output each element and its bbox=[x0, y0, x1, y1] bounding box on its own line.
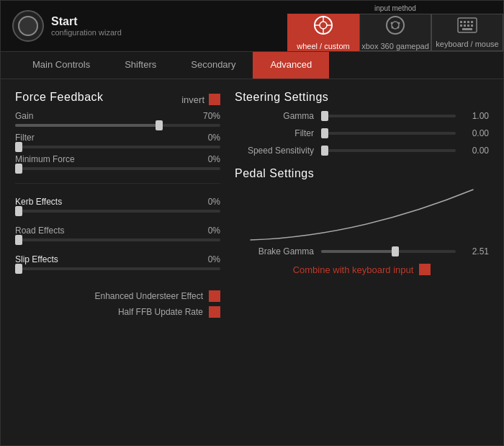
kerb-effects-section: Kerb Effects 0% bbox=[15, 197, 220, 215]
svg-rect-20 bbox=[471, 24, 473, 27]
half-ffb-row: Half FFB Update Rate bbox=[15, 306, 220, 318]
kerb-effects-label: Kerb Effects bbox=[15, 197, 62, 207]
gain-track[interactable] bbox=[15, 124, 220, 127]
filter-value: 0% bbox=[208, 133, 220, 143]
brake-gamma-track[interactable] bbox=[321, 250, 456, 253]
filter-slider-row: Filter 0% bbox=[15, 133, 220, 148]
keyboard-label: keyboard / mouse bbox=[436, 40, 498, 48]
enhanced-understeer-checkbox[interactable] bbox=[209, 290, 220, 302]
header-title: Start bbox=[51, 15, 122, 28]
steering-filter-value: 0.00 bbox=[463, 128, 489, 138]
steering-sliders: Gamma 1.00 Filter bbox=[235, 111, 489, 156]
svg-rect-18 bbox=[464, 24, 466, 27]
svg-rect-16 bbox=[471, 21, 473, 23]
svg-rect-19 bbox=[467, 24, 469, 27]
steering-section: Steering Settings Gamma 1.00 Filter bbox=[235, 91, 489, 156]
enhanced-understeer-label: Enhanced Understeer Effect bbox=[94, 291, 203, 301]
tab-main-controls[interactable]: Main Controls bbox=[15, 52, 107, 79]
input-keyboard-button[interactable]: keyboard / mouse bbox=[431, 14, 503, 51]
svg-rect-14 bbox=[464, 21, 466, 23]
speed-sensitivity-track[interactable] bbox=[321, 149, 456, 152]
wheel-icon bbox=[313, 15, 333, 39]
half-ffb-label: Half FFB Update Rate bbox=[118, 307, 203, 317]
road-effects-track[interactable] bbox=[15, 238, 220, 241]
slip-effects-value: 0% bbox=[208, 254, 220, 264]
min-force-track[interactable] bbox=[15, 167, 220, 170]
svg-rect-17 bbox=[460, 24, 462, 27]
force-feedback-title: Force Feedback bbox=[15, 91, 104, 104]
svg-rect-13 bbox=[460, 21, 462, 23]
brake-gamma-label: Brake Gamma bbox=[235, 246, 314, 257]
xbox-label: xbox 360 gamepad bbox=[361, 42, 429, 50]
speed-sensitivity-label: Speed Sensitivity bbox=[235, 146, 314, 156]
steering-filter-label: Filter bbox=[235, 128, 314, 138]
main-content: Force Feedback invert Gain 70% bbox=[1, 79, 503, 445]
combine-label: Combine with keyboard input bbox=[293, 264, 414, 275]
svg-point-8 bbox=[391, 22, 393, 24]
input-method-label: input method bbox=[287, 1, 503, 14]
slip-effects-label: Slip Effects bbox=[15, 254, 58, 264]
tab-advanced[interactable]: Advanced bbox=[253, 52, 329, 79]
road-effects-value: 0% bbox=[208, 226, 220, 236]
svg-point-9 bbox=[398, 22, 400, 24]
brake-gamma-value: 2.51 bbox=[463, 246, 489, 257]
filter-track[interactable] bbox=[15, 146, 220, 148]
svg-point-6 bbox=[387, 17, 404, 34]
input-wheel-button[interactable]: wheel / custom bbox=[287, 14, 359, 51]
filter-label: Filter bbox=[15, 133, 35, 143]
combine-row: Combine with keyboard input bbox=[235, 264, 489, 275]
min-force-label: Minimum Force bbox=[15, 154, 75, 164]
combine-checkbox[interactable] bbox=[419, 264, 431, 275]
speed-sensitivity-value: 0.00 bbox=[463, 146, 489, 156]
steering-filter-slider-row: Filter 0.00 bbox=[235, 128, 489, 138]
road-effects-label: Road Effects bbox=[15, 226, 64, 236]
speed-sensitivity-slider-row: Speed Sensitivity 0.00 bbox=[235, 146, 489, 156]
svg-point-1 bbox=[320, 22, 327, 29]
gamma-slider-row: Gamma 1.00 bbox=[235, 111, 489, 121]
steering-title: Steering Settings bbox=[235, 91, 328, 103]
slip-effects-track[interactable] bbox=[15, 267, 220, 270]
pedal-title: Pedal Settings bbox=[235, 167, 314, 179]
gain-slider-row: Gain 70% bbox=[15, 111, 220, 127]
header-subtitle: configuration wizard bbox=[51, 28, 122, 37]
brake-gamma-slider-row: Brake Gamma 2.51 bbox=[235, 246, 489, 257]
kerb-effects-value: 0% bbox=[208, 197, 220, 207]
wheel-label: wheel / custom bbox=[297, 42, 349, 50]
gamma-value: 1.00 bbox=[463, 111, 489, 121]
left-panel: Force Feedback invert Gain 70% bbox=[15, 91, 220, 434]
input-buttons: wheel / custom xbox 360 gamepad bbox=[287, 14, 503, 51]
invert-checkbox[interactable] bbox=[209, 94, 220, 105]
gain-value: 70% bbox=[203, 111, 220, 121]
invert-label: invert bbox=[181, 94, 204, 105]
tab-shifters[interactable]: Shifters bbox=[107, 52, 174, 79]
min-force-slider-row: Minimum Force 0% bbox=[15, 154, 220, 170]
road-effects-section: Road Effects 0% bbox=[15, 226, 220, 244]
kerb-effects-track[interactable] bbox=[15, 210, 220, 213]
pedal-section: Pedal Settings Brake Gamma 2.51 bbox=[235, 167, 489, 275]
half-ffb-checkbox[interactable] bbox=[209, 306, 220, 318]
gain-label: Gain bbox=[15, 111, 33, 121]
logo-inner bbox=[18, 16, 38, 36]
svg-rect-15 bbox=[467, 21, 469, 23]
logo-circle bbox=[12, 10, 44, 42]
gamma-label: Gamma bbox=[235, 111, 314, 121]
svg-rect-21 bbox=[462, 28, 472, 30]
enhanced-understeer-row: Enhanced Understeer Effect bbox=[15, 290, 220, 302]
force-feedback-section: Force Feedback invert Gain 70% bbox=[15, 91, 220, 176]
right-panel: Steering Settings Gamma 1.00 Filter bbox=[235, 91, 489, 434]
keyboard-icon bbox=[457, 17, 477, 37]
svg-point-11 bbox=[397, 26, 400, 28]
app-container: Start configuration wizard input method bbox=[0, 0, 504, 446]
gamma-track[interactable] bbox=[321, 115, 456, 117]
tabs-bar: Main Controls Shifters Secondary Advance… bbox=[1, 52, 503, 79]
input-xbox-button[interactable]: xbox 360 gamepad bbox=[359, 14, 431, 51]
xbox-icon bbox=[385, 15, 405, 39]
min-force-value: 0% bbox=[208, 154, 220, 164]
steering-filter-track[interactable] bbox=[321, 132, 456, 135]
svg-point-10 bbox=[392, 26, 394, 28]
tab-secondary[interactable]: Secondary bbox=[174, 52, 253, 79]
brake-curve-visual bbox=[235, 186, 489, 244]
slip-effects-section: Slip Effects 0% bbox=[15, 254, 220, 273]
